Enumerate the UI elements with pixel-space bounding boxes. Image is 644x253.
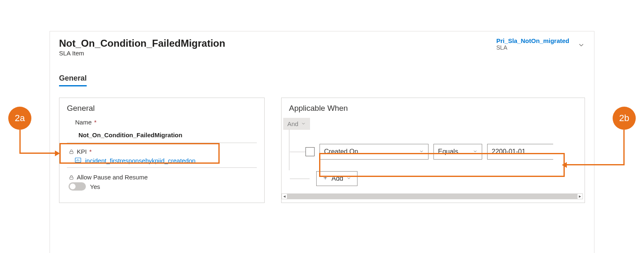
panel-applicable-when: Applicable When And Created On (281, 98, 585, 203)
plus-icon (322, 175, 328, 182)
field-allow-pause-label-text: Allow Pause and Resume (77, 174, 148, 181)
chevron-down-icon (346, 175, 351, 182)
callout-2a: 2a (8, 107, 31, 130)
lock-icon (69, 174, 74, 180)
sla-lookup-label: SLA (496, 44, 569, 51)
panels: General Name* Not_On_Condition_FailedMig… (59, 98, 585, 203)
allow-pause-toggle-row: Yes (69, 182, 257, 191)
allow-pause-toggle-text: Yes (90, 183, 100, 190)
callout-2a-arrow-head (55, 150, 60, 156)
panel-applicable-when-title: Applicable When (282, 104, 585, 118)
panel-general-title: General (59, 104, 264, 118)
horizontal-scrollbar[interactable]: ◄ ► (285, 193, 580, 199)
chevron-down-icon (473, 149, 478, 155)
page-title: Not_On_Condition_FailedMigration (59, 37, 225, 50)
svg-rect-0 (70, 151, 73, 153)
field-name-label: Name* (75, 119, 257, 126)
group-operator[interactable]: And (283, 118, 310, 130)
header: Not_On_Condition_FailedMigration SLA Ite… (59, 37, 585, 57)
condition-operator-text: Equals (438, 148, 458, 155)
condition-row: Created On Equals 2200-01-01 (305, 144, 580, 160)
field-name-label-text: Name (75, 119, 92, 126)
sla-lookup-value: Pri_Sla_NotOn_migrated (496, 37, 569, 44)
page-subtitle: SLA Item (59, 50, 225, 57)
field-allow-pause: Allow Pause and Resume Yes (59, 171, 264, 191)
callout-2b: 2b (613, 107, 636, 130)
field-name: Name* (59, 118, 264, 128)
chevron-down-icon[interactable] (578, 37, 585, 51)
group-operator-text: And (287, 120, 298, 127)
callout-2a-arrow-h (19, 153, 55, 154)
field-allow-pause-label: Allow Pause and Resume (69, 174, 257, 181)
sla-lookup[interactable]: Pri_Sla_NotOn_migrated SLA (496, 37, 569, 51)
tree-line-horizontal (290, 179, 310, 179)
kpi-link-text: incident_firstresponsebykpiid_createdon (85, 157, 196, 164)
field-kpi-label: KPI* (69, 148, 257, 155)
field-kpi-label-text: KPI (77, 148, 87, 155)
divider (67, 167, 257, 168)
name-input-wrap[interactable]: Not_On_Condition_FailedMigration (67, 128, 257, 142)
allow-pause-toggle[interactable] (69, 182, 86, 191)
kpi-link[interactable]: incident_firstresponsebykpiid_createdon (69, 157, 257, 164)
condition-field-text: Created On (324, 148, 358, 155)
chevron-down-icon (419, 149, 424, 155)
divider (67, 143, 257, 143)
callout-2b-arrow-v (623, 130, 625, 165)
svg-rect-1 (75, 158, 81, 162)
field-kpi: KPI* incident_firstresponsebykpiid_creat… (59, 146, 264, 167)
callout-2b-arrow-head (562, 162, 567, 168)
add-condition-label: Add (331, 175, 343, 182)
kpi-icon (74, 157, 82, 164)
scroll-left-arrow[interactable]: ◄ (282, 193, 287, 199)
lock-icon (69, 149, 74, 155)
header-left: Not_On_Condition_FailedMigration SLA Ite… (59, 37, 225, 57)
condition-operator-dropdown[interactable]: Equals (433, 144, 482, 160)
add-condition-button[interactable]: Add (316, 171, 358, 186)
add-row: Add (316, 171, 580, 186)
panel-general: General Name* Not_On_Condition_FailedMig… (59, 98, 265, 203)
callout-2b-arrow-h (567, 164, 625, 165)
condition-field-dropdown[interactable]: Created On (320, 144, 429, 160)
header-right: Pri_Sla_NotOn_migrated SLA (496, 37, 585, 51)
condition-area: And Created On E (282, 118, 585, 188)
scroll-right-arrow[interactable]: ► (577, 193, 583, 199)
callout-2a-arrow-v (19, 130, 21, 154)
required-star: * (94, 119, 97, 126)
tree-line-vertical (289, 129, 289, 170)
condition-checkbox[interactable] (305, 147, 315, 156)
condition-value-text: 2200-01-01 (492, 148, 526, 155)
tree-line-horizontal (290, 152, 305, 152)
name-input-value: Not_On_Condition_FailedMigration (75, 128, 257, 142)
tabs: General (59, 74, 585, 87)
svg-rect-2 (70, 177, 73, 179)
tab-general[interactable]: General (59, 74, 87, 86)
app-frame: Not_On_Condition_FailedMigration SLA Ite… (50, 31, 594, 253)
chevron-down-icon (301, 120, 306, 127)
required-star: * (89, 148, 92, 155)
condition-value-input[interactable]: 2200-01-01 (487, 144, 553, 160)
